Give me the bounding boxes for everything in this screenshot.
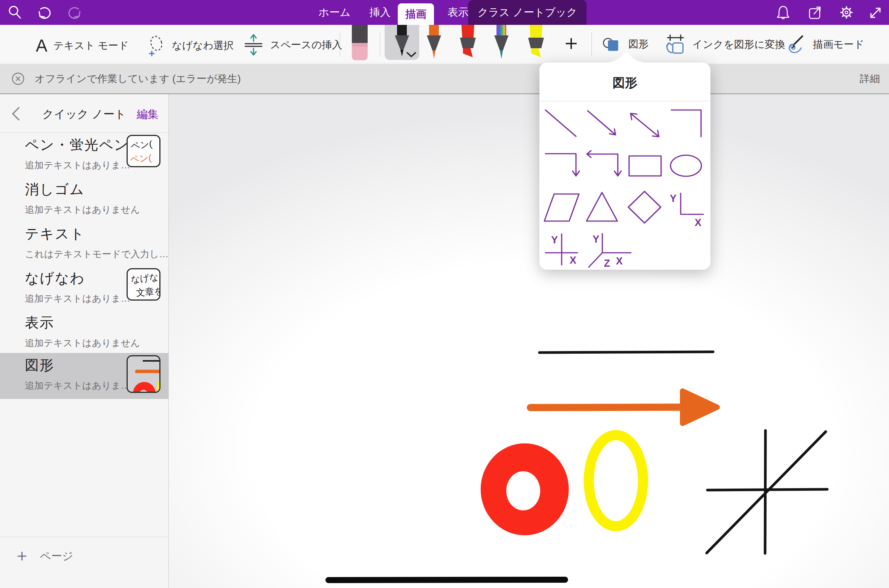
- shape-grid: Y X Y X Y Z X: [539, 101, 710, 270]
- popup-callout-arrow: [603, 52, 649, 63]
- insert-space-label: スペースの挿入: [270, 38, 342, 52]
- ink-to-shape-icon: [664, 34, 686, 55]
- draw-mode-label: 描画モード: [813, 38, 864, 51]
- tab-draw-active[interactable]: 描画: [398, 3, 434, 25]
- offline-message: オフラインで作業しています (エラーが発生): [35, 72, 860, 86]
- insert-space-button[interactable]: スペースの挿入: [243, 33, 342, 57]
- page-list-item[interactable]: 表示 追加テキストはありません: [0, 310, 169, 355]
- insert-space-icon: [243, 33, 264, 57]
- shape-double-arrow[interactable]: [631, 113, 659, 137]
- shape-axes-2d[interactable]: Y X: [670, 193, 703, 228]
- toolbar-divider: [340, 32, 340, 57]
- svg-text:Y: Y: [670, 193, 677, 204]
- page-list-item[interactable]: なげなわ 追加テキストはありま… なげな 文章を: [0, 266, 169, 310]
- page-subtitle: 追加テキストはありません: [25, 337, 169, 349]
- popup-title: 図形: [539, 75, 710, 92]
- shapes-label: 図形: [628, 37, 649, 51]
- thumb-text: 文章を: [136, 285, 160, 299]
- shapes-button[interactable]: 図形: [602, 35, 649, 53]
- page-list-item[interactable]: 消しゴム 追加テキストはありません: [0, 177, 169, 221]
- plus-icon: ＋: [14, 546, 30, 564]
- thumbnail-drawing: [128, 356, 160, 393]
- top-app-bar: ホーム 挿入 描画 表示 クラス ノートブック: [0, 0, 889, 25]
- highlighter-red[interactable]: [457, 25, 478, 60]
- ink-thin-line[interactable]: [539, 352, 713, 353]
- thumb-text: ペン(: [130, 152, 152, 165]
- text-mode-button[interactable]: A テキスト モード: [36, 35, 129, 56]
- edit-button[interactable]: 編集: [137, 107, 159, 122]
- page-title: テキスト: [25, 225, 169, 243]
- chevron-down-icon[interactable]: [406, 52, 417, 58]
- shapes-icon: [602, 35, 622, 53]
- shape-ellipse[interactable]: [671, 155, 701, 176]
- lasso-icon: [146, 34, 166, 57]
- page-thumbnail: なげな 文章を: [127, 268, 160, 301]
- text-mode-label: テキスト モード: [53, 39, 129, 52]
- shape-elbow-arrow-down[interactable]: [545, 154, 579, 176]
- add-page-button[interactable]: ＋ ページ: [0, 537, 169, 588]
- ink-thick-line[interactable]: [328, 580, 565, 580]
- redo-icon[interactable]: [66, 4, 84, 21]
- toolbar-divider: [591, 32, 592, 57]
- sidebar-header: クイック ノート 編集: [0, 94, 168, 133]
- page-list-item-selected[interactable]: 図形 追加テキストはありま…: [0, 353, 169, 399]
- fullscreen-expand-icon[interactable]: [866, 4, 884, 21]
- eraser-tool[interactable]: [351, 25, 369, 62]
- shape-axes-cross[interactable]: Y X: [545, 234, 577, 266]
- tab-insert[interactable]: 挿入: [370, 0, 391, 25]
- lasso-label: なげなわ選択: [172, 39, 234, 52]
- draw-toolbar: A テキスト モード なげなわ選択 スペースの挿入: [0, 25, 889, 64]
- search-icon[interactable]: [6, 4, 23, 21]
- page-list-item[interactable]: テキスト これはテキストモードで入力し…: [0, 221, 169, 266]
- svg-text:X: X: [570, 255, 576, 266]
- svg-text:Y: Y: [593, 234, 599, 245]
- share-icon[interactable]: [806, 4, 823, 21]
- tab-home[interactable]: ホーム: [318, 0, 350, 25]
- onenote-window: ホーム 挿入 描画 表示 クラス ノートブック: [0, 0, 889, 588]
- ink-to-shape-button[interactable]: インクを図形に変換: [664, 34, 785, 55]
- shape-diamond[interactable]: [628, 191, 661, 223]
- shape-corner[interactable]: [671, 110, 701, 137]
- offline-banner: オフラインで作業しています (エラーが発生) 詳細: [0, 64, 889, 94]
- shapes-popup: 図形 Y X Y X: [539, 63, 710, 270]
- shape-triangle[interactable]: [587, 192, 617, 221]
- add-page-label: ページ: [40, 546, 73, 566]
- page-list-sidebar: クイック ノート 編集 ペン・蛍光ペン 追加テキストはありま… ペン( ペン( …: [0, 94, 169, 588]
- svg-text:X: X: [695, 217, 701, 228]
- pen-orange[interactable]: [424, 25, 444, 61]
- details-link[interactable]: 詳細: [860, 72, 880, 86]
- svg-text:Z: Z: [604, 258, 610, 269]
- page-thumbnail: [127, 355, 160, 393]
- tab-class-notebook[interactable]: クラス ノートブック: [468, 0, 587, 25]
- shape-axes-3d[interactable]: Y Z X: [589, 234, 631, 269]
- shape-parallelogram[interactable]: [544, 194, 579, 221]
- add-pen-button[interactable]: ＋: [561, 29, 582, 57]
- page-title: 表示: [25, 313, 169, 332]
- thumb-text: ペン(: [130, 138, 153, 152]
- page-subtitle: 追加テキストはありません: [25, 203, 169, 216]
- settings-gear-icon[interactable]: [838, 4, 855, 21]
- shape-elbow-double-arrow[interactable]: [587, 151, 621, 176]
- shape-arrow[interactable]: [588, 111, 616, 135]
- undo-icon[interactable]: [35, 4, 53, 21]
- svg-text:X: X: [616, 255, 623, 267]
- page-title: 消しゴム: [25, 180, 169, 199]
- svg-text:Y: Y: [551, 234, 558, 246]
- highlighter-yellow[interactable]: [525, 25, 547, 60]
- thumb-text: なげな: [130, 271, 159, 286]
- notifications-bell-icon[interactable]: [774, 4, 792, 21]
- tab-view[interactable]: 表示: [448, 0, 469, 25]
- draw-mode-icon: [785, 34, 807, 55]
- pen-rainbow[interactable]: [492, 25, 511, 61]
- pen-black-selected[interactable]: [385, 25, 419, 60]
- lasso-select-button[interactable]: なげなわ選択: [146, 34, 234, 57]
- ink-to-shape-label: インクを図形に変換: [692, 38, 785, 51]
- toolbar-divider: [380, 32, 380, 57]
- page-list-item[interactable]: ペン・蛍光ペン 追加テキストはありま… ペン( ペン(: [0, 133, 169, 177]
- page-thumbnail: ペン( ペン(: [127, 135, 160, 167]
- error-circle-x-icon: [11, 72, 25, 86]
- shape-line[interactable]: [545, 110, 576, 136]
- shape-rectangle[interactable]: [629, 156, 661, 176]
- draw-mode-button[interactable]: 描画モード: [785, 34, 864, 55]
- ink-red-donut[interactable]: [481, 443, 569, 535]
